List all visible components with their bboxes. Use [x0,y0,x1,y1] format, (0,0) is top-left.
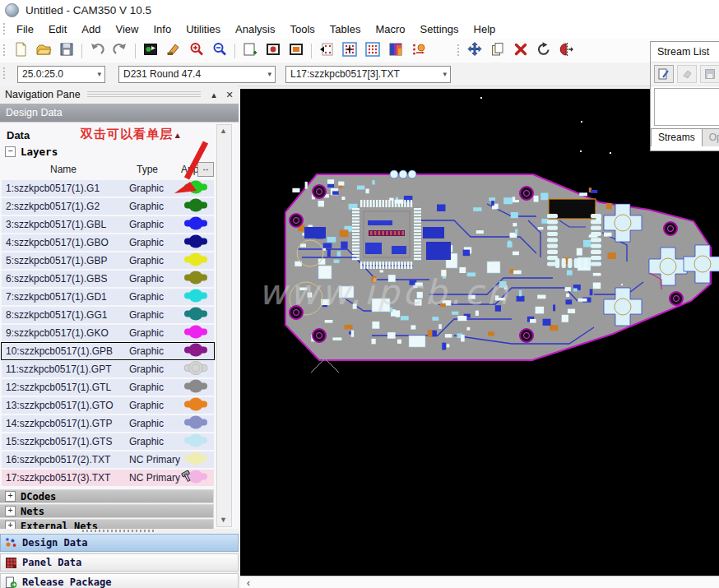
toolbar-grip[interactable] [2,23,6,36]
layer-name[interactable]: 11:szzkpcb0517(1).GPT [2,363,129,375]
menu-utilities[interactable]: Utilities [179,21,228,37]
layer-row[interactable]: 16:szzkpcb0517(2).TXTNC Primary [2,451,214,468]
layer-name[interactable]: 4:szzkpcb0517(1).GBO [2,237,129,248]
menu-add[interactable]: Add [74,21,108,37]
layer-color-swatch[interactable] [180,270,213,289]
collapse-icon[interactable]: − [5,146,16,157]
new-stream-button[interactable] [654,65,674,83]
layer-color-swatch[interactable] [180,197,213,216]
move-button[interactable] [464,40,485,62]
delete-stream-button[interactable] [677,65,697,83]
layer-type[interactable]: Graphic [129,327,180,339]
layer-row[interactable]: 6:szzkpcb0517(1).GBSGraphic [2,271,214,287]
menu-file[interactable]: File [9,21,41,37]
layer-row[interactable]: 15:szzkpcb0517(1).GTSGraphic [2,433,214,450]
layer-name[interactable]: 1:szzkpcb0517(1).G1 [2,183,129,194]
stream-list-box[interactable] [654,88,719,126]
layer-row[interactable]: 9:szzkpcb0517(1).GKOGraphic [2,325,214,341]
add-film-button[interactable] [239,40,261,62]
layer-color-swatch[interactable] [180,306,213,325]
toolbar-grip[interactable] [457,44,460,58]
layer-name[interactable]: 2:szzkpcb0517(1).G2 [2,201,129,212]
column-header-type[interactable]: Type [137,164,158,175]
layer-color-swatch[interactable] [180,324,213,343]
zoom-in-button[interactable] [186,40,207,62]
pane-grip[interactable] [87,91,201,98]
scroll-down-icon[interactable]: ▼ [217,514,230,526]
layer-name[interactable]: 15:szzkpcb0517(1).GTS [2,436,129,447]
save-stream-button[interactable] [700,65,719,83]
layer-row[interactable]: 11:szzkpcb0517(1).GPTGraphic [2,361,214,377]
redo-button[interactable] [109,40,131,62]
layer-type[interactable]: Graphic [129,382,180,393]
layer-row[interactable]: 8:szzkpcb0517(1).GG1Graphic [2,307,214,323]
tree-scrollbar[interactable]: ▲ ▼ [216,124,232,527]
tab-streams[interactable]: Streams [651,128,703,146]
layer-type[interactable]: Graphic [129,237,180,248]
layer-color-swatch[interactable] [180,252,213,271]
layer-name[interactable]: 10:szzkpcb0517(1).GPB [2,345,129,357]
menu-settings[interactable]: Settings [413,21,466,37]
layer-color-swatch[interactable] [180,179,213,198]
menu-info[interactable]: Info [146,21,179,37]
tree-node-layers[interactable]: − Layers [5,146,58,158]
layer-type[interactable]: Graphic [129,273,180,285]
undo-button[interactable] [86,40,108,62]
layer-type[interactable]: Graphic [129,363,180,375]
layer-type[interactable]: NC Primary [129,472,180,484]
layer-name[interactable]: 3:szzkpcb0517(1).GBL [2,219,129,230]
layer-row[interactable]: 1:szzkpcb0517(1).G1Graphic [2,180,214,197]
stream-compare-button[interactable] [408,40,429,62]
active-layer-combobox[interactable]: L17:szzkpcb0517[3].TXT ▾ [285,66,451,83]
layer-color-swatch[interactable] [180,234,213,252]
menu-analysis[interactable]: Analysis [228,21,282,37]
layer-type[interactable]: Graphic [129,291,180,303]
scroll-up-icon[interactable]: ▲ [217,125,230,137]
rotate-button[interactable] [533,40,554,62]
close-pane-button[interactable]: ✕ [223,88,236,101]
pane-splitter[interactable] [0,528,239,534]
layer-name[interactable]: 17:szzkpcb0517(3).TXT [2,472,129,484]
nav-button-design-data[interactable]: Design Data [0,534,239,552]
layer-name[interactable]: 5:szzkpcb0517(1).GBP [2,255,129,266]
layer-color-swatch[interactable] [180,469,213,488]
new-file-button[interactable] [10,40,31,62]
layer-name[interactable]: 13:szzkpcb0517(1).GTO [2,400,129,411]
film-box-button[interactable] [262,40,284,62]
expand-icon[interactable]: + [5,506,16,516]
layer-color-swatch[interactable] [180,451,213,470]
layer-color-swatch[interactable] [180,342,213,361]
layer-color-swatch[interactable] [180,378,213,397]
layer-row[interactable]: 13:szzkpcb0517(1).GTOGraphic [2,397,214,414]
layer-name[interactable]: 6:szzkpcb0517(1).GBS [2,273,129,285]
layer-type[interactable]: Graphic [129,219,180,230]
copy-button[interactable] [487,40,508,62]
layer-name[interactable]: 9:szzkpcb0517(1).GKO [2,327,129,339]
expand-icon[interactable]: + [5,491,16,502]
layer-color-swatch[interactable] [180,288,213,307]
pcb-canvas[interactable]: www.ipcb.cn [240,89,719,576]
toolbar-grip[interactable] [2,44,6,58]
pad-left-button[interactable] [316,40,337,62]
open-file-button[interactable] [33,40,54,62]
layer-row[interactable]: 14:szzkpcb0517(1).GTPGraphic [2,415,214,432]
layer-type[interactable]: Graphic [129,183,180,194]
nav-button-release-package[interactable]: Release Package [0,573,239,588]
layer-row[interactable]: 17:szzkpcb0517(3).TXTNC Primary [2,470,214,486]
layer-type[interactable]: Graphic [129,436,180,447]
column-header-app[interactable]: App [181,164,198,175]
layer-name[interactable]: 16:szzkpcb0517(2).TXT [2,454,129,465]
column-resize-button[interactable]: ↔ [197,162,214,177]
dcode-combobox[interactable]: D231 Round 47.4 ▾ [118,66,276,83]
tree-node-nets[interactable]: +Nets [0,504,214,518]
layer-name[interactable]: 14:szzkpcb0517(1).GTP [2,418,129,429]
menu-help[interactable]: Help [466,21,503,37]
layer-color-swatch[interactable] [180,414,213,433]
scroll-left-icon[interactable]: ‹ [247,579,250,587]
grid-button[interactable] [362,40,383,62]
delete-button[interactable] [510,40,531,62]
layer-type[interactable]: Graphic [129,400,180,411]
mirror-button[interactable] [556,40,578,62]
layer-name[interactable]: 8:szzkpcb0517(1).GG1 [2,309,129,321]
nav-button-panel-data[interactable]: Panel Data [0,553,239,572]
